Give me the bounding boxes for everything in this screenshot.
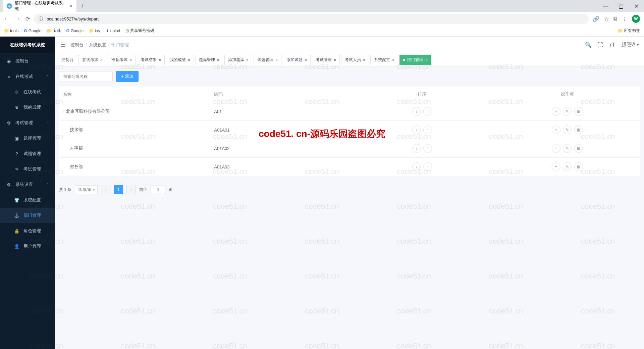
tab-item[interactable]: 系统配置× (370, 55, 398, 65)
close-icon[interactable]: × (188, 58, 190, 62)
tab-item[interactable]: 添加题库× (224, 55, 252, 65)
next-page-button[interactable]: › (126, 185, 136, 194)
tab-item[interactable]: 考试人员× (341, 55, 369, 65)
font-size-icon[interactable]: ᴛT (609, 42, 615, 48)
forward-icon[interactable]: → (15, 16, 20, 22)
bookmark-item[interactable]: ⊞共享账号密码 (125, 28, 154, 34)
tab-item[interactable]: 考试结果× (137, 55, 165, 65)
close-icon[interactable]: × (129, 58, 132, 62)
bookmark-item[interactable]: 📁宝藏 (47, 28, 61, 34)
close-icon[interactable]: × (275, 58, 278, 62)
tab-item[interactable]: 在线考试× (78, 55, 106, 65)
tab-item[interactable]: 我的成绩× (166, 55, 194, 65)
sort-down-button[interactable]: ↓ (412, 144, 421, 153)
tab-item[interactable]: 添加试题× (283, 55, 311, 65)
sort-up-button[interactable]: ↑ (423, 162, 432, 171)
sidebar-item[interactable]: ⚙系统设置⌃ (0, 177, 55, 192)
sidebar-item[interactable]: ✈在线考试 (0, 84, 55, 100)
site-info-icon[interactable]: ⓘ (39, 16, 43, 22)
sort-down-button[interactable]: ↓ (412, 126, 421, 134)
sidebar-item[interactable]: ✿考试管理⌃ (0, 115, 55, 131)
bookmark-star-icon[interactable]: ☆ (604, 16, 609, 22)
close-icon[interactable]: × (425, 58, 428, 62)
page-number-button[interactable]: 1 (114, 185, 123, 194)
tab-item[interactable]: 准备考试× (108, 55, 136, 65)
close-icon[interactable]: × (100, 58, 103, 62)
profile-avatar[interactable]: W (632, 15, 640, 23)
tab-item[interactable]: 考试管理× (312, 55, 340, 65)
bookmark-item[interactable]: 📁txy (89, 29, 100, 33)
user-dropdown[interactable]: 超管A▾ (621, 41, 639, 48)
back-icon[interactable]: ← (4, 16, 9, 22)
tab-item[interactable]: 控制台 (58, 55, 77, 65)
reload-icon[interactable]: ⟳ (25, 16, 30, 22)
add-child-button[interactable]: + (552, 144, 560, 153)
search-input[interactable] (59, 71, 113, 82)
tab-item[interactable]: 部门管理× (399, 55, 431, 65)
add-child-button[interactable]: + (552, 126, 560, 134)
goto-page-input[interactable] (151, 186, 165, 194)
sidebar-item[interactable]: ✎考试管理 (0, 161, 55, 177)
tab-item[interactable]: 题库管理× (195, 55, 223, 65)
chevron-up-icon: ⌃ (46, 121, 49, 125)
minimize-icon[interactable]: — (598, 0, 613, 12)
delete-button[interactable]: 🗑 (574, 107, 583, 116)
edit-button[interactable]: ✎ (563, 107, 572, 116)
browser-tab[interactable]: ⊕ 部门管理 - 在线培训考试系统 ✕ (3, 0, 76, 14)
sidebar-item[interactable]: ▣题库管理 (0, 131, 55, 146)
pagination: 共 1 条 10条/页 ‹ 1 › 前往 页 (59, 185, 640, 194)
address-bar[interactable]: ⓘ localhost:9527/#/sys/depart (34, 14, 589, 24)
add-child-button[interactable]: + (552, 107, 560, 116)
sidebar-item[interactable]: ◉控制台 (0, 53, 55, 69)
sidebar-item[interactable]: ♛我的成绩 (0, 100, 55, 115)
close-icon[interactable]: × (392, 58, 394, 62)
sort-down-button[interactable]: ↓ (412, 162, 421, 171)
extensions-icon[interactable]: ⧉ (613, 16, 617, 22)
all-bookmarks[interactable]: 📁所有书签 (618, 28, 640, 34)
link-icon[interactable]: 🔗 (593, 16, 599, 22)
bookmark-item[interactable]: GGoogle (24, 29, 41, 33)
new-tab-button[interactable]: + (76, 3, 88, 10)
bookmark-item[interactable]: 📁tools (4, 29, 18, 33)
close-icon[interactable]: × (334, 58, 336, 62)
sort-up-button[interactable]: ↑ (423, 144, 432, 153)
edit-button[interactable]: ✎ (563, 162, 572, 171)
edit-button[interactable]: ✎ (563, 126, 572, 134)
close-icon[interactable]: ✕ (69, 4, 72, 8)
fullscreen-icon[interactable]: ⛶ (598, 42, 603, 48)
sidebar-item[interactable]: 👕系统配置 (0, 192, 55, 208)
sort-up-button[interactable]: ↑ (423, 107, 432, 116)
page-size-select[interactable]: 10条/页 (75, 185, 98, 194)
sidebar-item[interactable]: ?试题管理 (0, 146, 55, 161)
tree-expand-icon[interactable]: › (63, 110, 64, 113)
close-window-icon[interactable]: ✕ (629, 0, 644, 12)
prev-page-button[interactable]: ‹ (101, 185, 110, 194)
edit-button[interactable]: ✎ (563, 144, 572, 153)
maximize-icon[interactable]: ▢ (613, 0, 629, 12)
sidebar-item[interactable]: ≡在线考试⌃ (0, 69, 55, 84)
bookmark-item[interactable]: ⬆uplod (106, 29, 120, 33)
delete-button[interactable]: 🗑 (574, 162, 583, 171)
sort-up-button[interactable]: ↑ (423, 126, 432, 134)
sidebar-item[interactable]: 👤用户管理 (0, 239, 55, 254)
tab-label: 题库管理 (199, 57, 215, 63)
sort-down-button[interactable]: ↓ (412, 107, 421, 116)
add-child-button[interactable]: + (552, 162, 560, 171)
close-icon[interactable]: × (159, 58, 161, 62)
close-icon[interactable]: × (363, 58, 365, 62)
hamburger-icon[interactable]: ☰ (60, 41, 66, 49)
sidebar-item[interactable]: ⚓部门管理 (0, 208, 55, 223)
tab-item[interactable]: 试题管理× (254, 55, 281, 65)
delete-button[interactable]: 🗑 (574, 144, 583, 153)
close-icon[interactable]: × (217, 58, 219, 62)
bookmark-item[interactable]: GGoogle (66, 29, 84, 33)
close-icon[interactable]: × (305, 58, 307, 62)
search-icon[interactable]: 🔍 (585, 42, 592, 48)
close-icon[interactable]: × (246, 58, 249, 62)
breadcrumb-item[interactable]: 系统设置 (89, 42, 106, 48)
delete-button[interactable]: 🗑 (574, 126, 583, 134)
sidebar-item[interactable]: 🔒角色管理 (0, 223, 55, 239)
add-button[interactable]: + 添加 (116, 71, 139, 82)
menu-dots-icon[interactable]: ⋮ (622, 16, 627, 22)
breadcrumb-item[interactable]: 控制台 (70, 42, 84, 48)
